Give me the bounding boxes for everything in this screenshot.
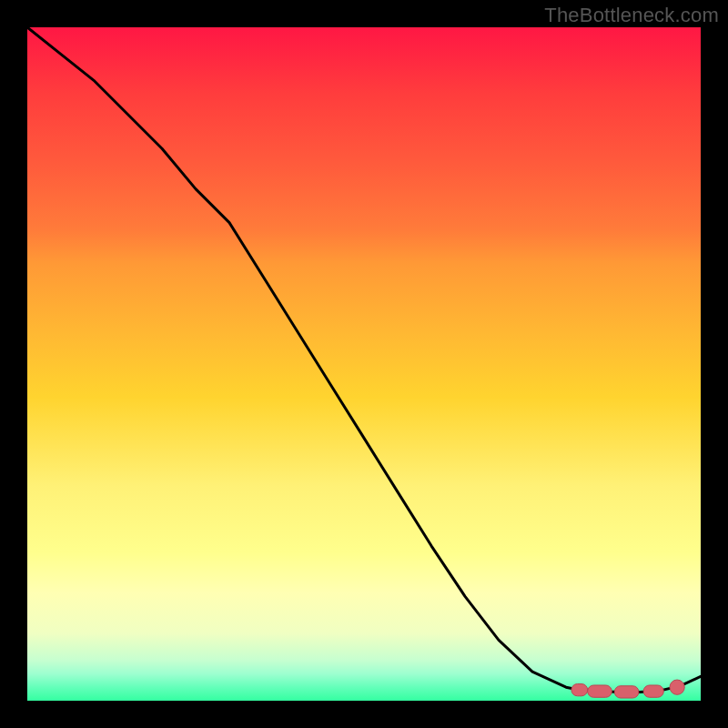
plot-area bbox=[27, 27, 701, 701]
marker-pill bbox=[643, 685, 663, 697]
curve-line bbox=[27, 27, 701, 692]
chart-frame: TheBottleneck.com bbox=[0, 0, 728, 728]
marker-pill bbox=[614, 686, 639, 698]
curve-group bbox=[27, 27, 701, 692]
marker-pill bbox=[588, 685, 612, 697]
marker-dot bbox=[670, 680, 684, 694]
marker-pill bbox=[571, 684, 588, 696]
chart-svg bbox=[27, 27, 701, 701]
watermark-text: TheBottleneck.com bbox=[544, 4, 719, 27]
